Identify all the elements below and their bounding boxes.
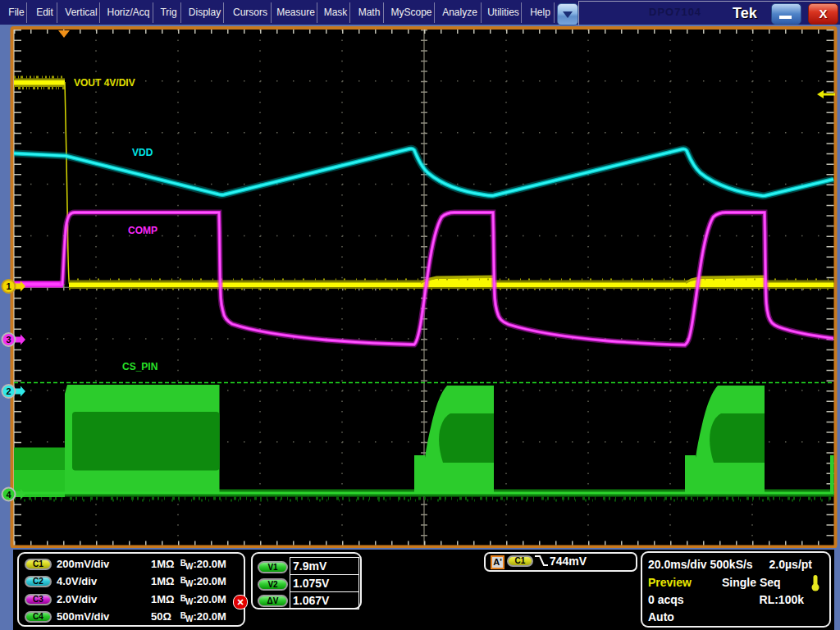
svg-text:CS_PIN: CS_PIN <box>122 361 158 372</box>
svg-text:VOUT 4V/DIV: VOUT 4V/DIV <box>74 77 135 89</box>
svg-text:VDD: VDD <box>132 147 153 158</box>
svg-text:4: 4 <box>6 490 11 500</box>
svg-text:2: 2 <box>6 386 11 396</box>
svg-text:COMP: COMP <box>128 225 158 236</box>
svg-text:1: 1 <box>6 281 11 291</box>
svg-text:3: 3 <box>6 335 11 345</box>
